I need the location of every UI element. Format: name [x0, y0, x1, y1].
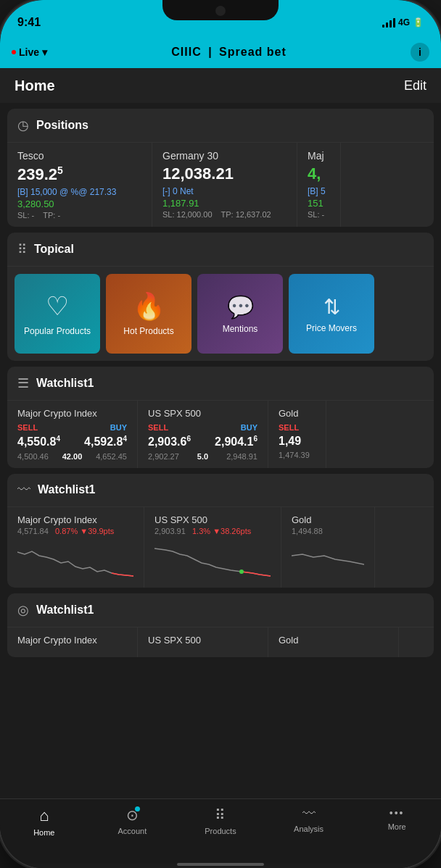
nav-item-analysis[interactable]: 〰 Analysis — [265, 806, 353, 833]
positions-header: ◷ Positions — [7, 109, 434, 143]
network-type: 4G — [398, 17, 410, 28]
watchlist1-price-header: ☰ Watchlist1 — [7, 367, 434, 401]
wl-buy-label: BUY — [241, 423, 257, 432]
topical-hot-products[interactable]: 🔥 Hot Products — [106, 274, 191, 354]
heart-icon: ♡ — [46, 291, 69, 322]
position-price: 4, — [308, 164, 330, 183]
nav-item-products[interactable]: ⠿ Products — [176, 806, 265, 835]
wl-sell-label: SELL — [17, 423, 38, 432]
watchlist1-price-list[interactable]: Major Crypto Index SELL BUY 4,550.84 4,5… — [7, 401, 434, 467]
live-dot — [12, 50, 16, 54]
wl-buy-sell: SELL BUY — [148, 423, 257, 432]
nav-item-more[interactable]: ••• More — [353, 806, 441, 831]
page-header: Home Edit — [0, 68, 441, 103]
status-icons: 4G 🔋 — [382, 17, 424, 28]
nav-label-more: More — [388, 822, 406, 831]
position-meta: [B] 5 — [308, 186, 330, 196]
account-icon-wrap: ⊙ — [126, 806, 139, 824]
wl3-item-gold[interactable]: Gold — [268, 627, 399, 657]
topical-price-movers[interactable]: ⇅ Price Movers — [289, 274, 374, 354]
info-icon[interactable]: i — [411, 43, 429, 62]
wl-sell-label: SELL — [279, 423, 299, 432]
wl-sell-price: 2,903.66 — [148, 435, 191, 448]
watchlist2-chart-section: 〰 Watchlist1 Major Crypto Index 4,571.84… — [7, 474, 434, 588]
wl-chart-meta: 1,494.88 — [292, 527, 364, 535]
topical-label: Hot Products — [123, 326, 173, 336]
products-icon-wrap: ⠿ — [215, 806, 226, 824]
position-sl-tp: SL: - TP: - — [17, 211, 141, 220]
wl-sell-price: 1,49 — [279, 435, 301, 448]
brand-title: CIIIC | Spread bet — [171, 46, 287, 59]
position-item-germany30[interactable]: Germany 30 12,038.21 [-] 0 Net 1,187.91 … — [152, 143, 297, 227]
topical-mentions[interactable]: 💬 Mentions — [197, 274, 283, 354]
position-item-tesco[interactable]: Tesco 239.25 [B] 15,000 @ %@ 217.33 3,28… — [7, 143, 152, 227]
watchlist2-chart-list[interactable]: Major Crypto Index 4,571.84 0.87% ▼39.9p… — [7, 507, 434, 588]
more-icon: ••• — [390, 807, 405, 819]
top-bar: Live ▾ CIIIC | Spread bet i — [0, 36, 441, 68]
wl-item-gold[interactable]: Gold SELL 1,49 1,474.39 — [268, 401, 326, 467]
wl-prices: 2,903.66 2,904.16 — [148, 435, 257, 448]
page-title: Home — [15, 78, 55, 94]
circle-icon: ◎ — [17, 602, 29, 618]
bottom-nav: ⌂ Home ⊙ Account ⠿ Products — [0, 798, 441, 864]
svg-point-0 — [239, 569, 244, 574]
nav-label-account: Account — [118, 827, 147, 835]
watchlist2-chart-header: 〰 Watchlist1 — [7, 474, 434, 507]
home-bar — [177, 863, 264, 866]
nav-item-home[interactable]: ⌂ Home — [0, 806, 88, 837]
positions-section: ◷ Positions Tesco 239.25 [B] 15,000 @ %@… — [7, 109, 434, 227]
wl-chart-meta: 4,571.84 0.87% ▼39.9pts — [17, 527, 133, 535]
wl3-item-spx[interactable]: US SPX 500 — [138, 627, 268, 657]
positions-row[interactable]: Tesco 239.25 [B] 15,000 @ %@ 217.33 3,28… — [7, 143, 434, 227]
wl-sell-label: SELL — [148, 423, 168, 432]
phone-screen: 9:41 4G 🔋 Live ▾ CIIIC | — [0, 0, 441, 868]
wl-name: US SPX 500 — [148, 408, 257, 419]
wl-name: Major Crypto Index — [17, 408, 127, 419]
topical-popular-products[interactable]: ♡ Popular Products — [15, 274, 100, 354]
camera — [215, 6, 226, 16]
position-price: 239.25 — [17, 164, 141, 184]
home-indicator — [0, 864, 441, 868]
arrows-icon: ⇅ — [323, 295, 340, 319]
wl-chart-spx[interactable]: US SPX 500 2,903.91 1.3% ▼38.26pts — [144, 507, 281, 588]
wl-meta: 2,902.27 5.0 2,948.91 — [148, 452, 257, 461]
wl-buy-price: 2,904.16 — [215, 435, 257, 448]
position-pnl: 1,187.91 — [162, 198, 287, 209]
wl-prices: 1,49 — [279, 435, 316, 448]
wl-meta: 1,474.39 — [279, 451, 316, 459]
watchlist3-list[interactable]: Major Crypto Index US SPX 500 Gold — [7, 627, 434, 657]
wl-buy-price: 4,592.84 — [84, 435, 127, 448]
position-pnl: 151 — [308, 198, 330, 209]
brand-separator: | — [208, 46, 212, 58]
position-price: 12,038.21 — [162, 164, 287, 183]
live-badge[interactable]: Live ▾ — [12, 46, 47, 58]
topical-header: ⠿ Topical — [7, 233, 434, 267]
position-pnl: 3,280.50 — [17, 199, 141, 209]
product-name: Spread bet — [219, 46, 287, 58]
wl-chart-name: Major Crypto Index — [17, 514, 133, 525]
wl-chart-gold[interactable]: Gold 1,494.88 — [281, 507, 375, 588]
topical-grid[interactable]: ♡ Popular Products 🔥 Hot Products 💬 Ment… — [7, 267, 434, 361]
fire-icon: 🔥 — [133, 291, 165, 322]
wl-item-crypto[interactable]: Major Crypto Index SELL BUY 4,550.84 4,5… — [7, 401, 138, 467]
topical-icon: ⠿ — [17, 241, 27, 257]
topical-label: Mentions — [223, 324, 258, 334]
wl-chart-crypto[interactable]: Major Crypto Index 4,571.84 0.87% ▼39.9p… — [7, 507, 144, 588]
brand-name: CIIIC — [171, 46, 201, 58]
list-icon: ☰ — [17, 375, 29, 391]
wl-chart-name: Gold — [292, 514, 364, 525]
scroll-content[interactable]: ◷ Positions Tesco 239.25 [B] 15,000 @ %@… — [0, 103, 441, 798]
nav-label-analysis: Analysis — [294, 825, 323, 833]
gold-chart-svg — [292, 541, 364, 577]
wl-item-spx[interactable]: US SPX 500 SELL BUY 2,903.66 2,904.16 2,… — [138, 401, 268, 467]
home-icon-wrap: ⌂ — [39, 806, 49, 825]
edit-button[interactable]: Edit — [404, 78, 426, 93]
watchlist3-header: ◎ Watchlist1 — [7, 593, 434, 627]
mentions-icon: 💬 — [227, 294, 254, 320]
wl-meta: 4,500.46 42.00 4,652.45 — [17, 452, 127, 461]
position-meta: [B] 15,000 @ %@ 217.33 — [17, 187, 141, 197]
nav-item-account[interactable]: ⊙ Account — [88, 806, 177, 835]
position-item-maj[interactable]: Maj 4, [B] 5 151 SL: - — [297, 143, 341, 227]
wl3-item-crypto[interactable]: Major Crypto Index — [7, 627, 138, 657]
spx-chart-svg — [154, 541, 271, 577]
